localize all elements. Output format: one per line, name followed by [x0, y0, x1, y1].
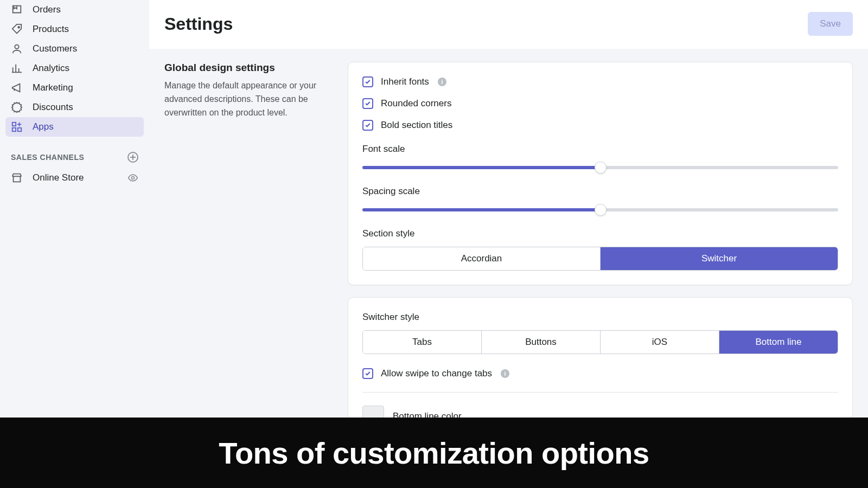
switcher-style-label: Switcher style [362, 312, 838, 323]
svg-point-1 [15, 45, 18, 49]
sidebar-item-discounts[interactable]: Discounts [5, 98, 144, 117]
font-scale-slider[interactable] [362, 162, 838, 173]
sidebar-item-marketing[interactable]: Marketing [5, 78, 144, 98]
section-style-segmented: Accordian Switcher [362, 247, 838, 271]
spacing-scale-slider[interactable] [362, 204, 838, 215]
sidebar-item-orders[interactable]: Orders [5, 0, 144, 20]
allow-swipe-row[interactable]: Allow swipe to change tabs i [362, 368, 838, 379]
checkbox-checked-icon[interactable] [362, 98, 373, 109]
store-icon [11, 172, 23, 184]
global-settings-title: Global design settings [164, 62, 333, 74]
topbar: Settings Save [149, 0, 868, 49]
add-channel-icon[interactable] [127, 152, 138, 163]
svg-rect-4 [18, 128, 21, 131]
page-title: Settings [164, 14, 233, 34]
sidebar-item-label: Online Store [33, 172, 84, 183]
slider-fill [362, 166, 601, 169]
rounded-corners-label: Rounded corners [381, 98, 451, 109]
section-style-label: Section style [362, 228, 838, 239]
switcher-opt-ios[interactable]: iOS [601, 331, 719, 354]
slider-thumb[interactable] [595, 204, 607, 216]
bold-titles-row[interactable]: Bold section titles [362, 120, 838, 131]
sidebar-item-label: Discounts [33, 102, 73, 113]
main: Settings Save Global design settings Man… [149, 0, 868, 488]
sidebar-item-customers[interactable]: Customers [5, 39, 144, 59]
sidebar-item-label: Marketing [33, 82, 73, 93]
orders-icon [11, 4, 23, 16]
sidebar-item-apps[interactable]: Apps [5, 117, 144, 137]
slider-thumb[interactable] [595, 162, 607, 174]
sidebar: Orders Products Customers Analytics Mark… [0, 0, 149, 488]
checkbox-checked-icon[interactable] [362, 368, 373, 379]
inherit-fonts-label: Inherit fonts [381, 76, 429, 87]
font-scale-label: Font scale [362, 144, 838, 155]
discount-icon [11, 101, 23, 113]
divider [362, 392, 838, 393]
settings-column: Inherit fonts i Rounded corners Bold sec… [348, 62, 853, 475]
section-style-switcher[interactable]: Switcher [601, 247, 838, 270]
svg-rect-2 [12, 123, 16, 126]
global-settings-desc: Manage the default appearance or your ad… [164, 79, 333, 119]
spacing-scale-label: Spacing scale [362, 186, 838, 197]
sales-channels-label: SALES CHANNELS [11, 153, 84, 162]
sales-channels-header: SALES CHANNELS [5, 137, 144, 168]
sidebar-item-label: Orders [33, 4, 61, 15]
sidebar-item-label: Customers [33, 43, 77, 54]
switcher-opt-buttons[interactable]: Buttons [482, 331, 601, 354]
section-style-accordion[interactable]: Accordian [363, 247, 601, 270]
info-icon[interactable]: i [501, 369, 509, 378]
rounded-corners-row[interactable]: Rounded corners [362, 98, 838, 109]
sidebar-item-label: Products [33, 24, 69, 35]
bold-titles-label: Bold section titles [381, 120, 452, 131]
sidebar-item-label: Apps [33, 121, 54, 132]
promo-banner: Tons of customization options [0, 418, 868, 488]
megaphone-icon [11, 82, 23, 94]
section-header-block: Global design settings Manage the defaul… [164, 62, 333, 475]
inherit-fonts-row[interactable]: Inherit fonts i [362, 76, 838, 87]
sidebar-item-products[interactable]: Products [5, 20, 144, 39]
save-button[interactable]: Save [808, 12, 853, 36]
apps-icon [11, 121, 23, 133]
person-icon [11, 43, 23, 55]
slider-fill [362, 208, 601, 211]
switcher-opt-bottom-line[interactable]: Bottom line [719, 331, 838, 354]
sidebar-item-online-store[interactable]: Online Store [5, 168, 144, 188]
banner-text: Tons of customization options [219, 435, 649, 471]
svg-point-5 [132, 177, 135, 179]
switcher-style-segmented: Tabs Buttons iOS Bottom line [362, 330, 838, 354]
eye-icon[interactable] [127, 172, 138, 183]
allow-swipe-label: Allow swipe to change tabs [381, 368, 492, 379]
sidebar-item-label: Analytics [33, 63, 69, 74]
bars-icon [11, 62, 23, 74]
info-icon[interactable]: i [438, 78, 446, 86]
checkbox-checked-icon[interactable] [362, 76, 373, 87]
sidebar-item-analytics[interactable]: Analytics [5, 59, 144, 78]
checkbox-checked-icon[interactable] [362, 120, 373, 131]
switcher-opt-tabs[interactable]: Tabs [363, 331, 482, 354]
tag-icon [11, 23, 23, 35]
svg-point-0 [18, 27, 20, 28]
global-design-card: Inherit fonts i Rounded corners Bold sec… [348, 62, 853, 285]
svg-rect-3 [12, 128, 16, 131]
